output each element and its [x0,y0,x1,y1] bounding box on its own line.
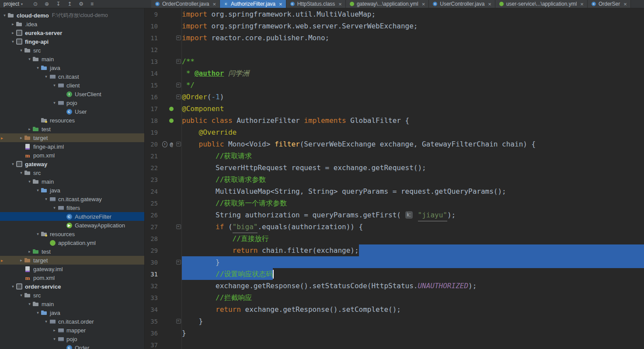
code-line-37[interactable] [182,339,644,349]
chevron-expanded-icon[interactable]: ▾ [27,179,32,184]
tree-item-resources[interactable]: resources [0,116,144,125]
gutter-line-18[interactable]: 18 [145,115,181,126]
code-line-33[interactable]: //拦截响应 [182,292,644,304]
gutter-line-20[interactable]: 20↑@− [145,138,181,150]
tree-item-eureka-server[interactable]: ▸eureka-server [0,28,144,37]
chevron-expanded-icon[interactable]: ▾ [10,39,16,44]
tree-item-src[interactable]: ▾src [0,168,144,177]
tree-item-gateway[interactable]: ▾gateway [0,160,144,168]
chevron-expanded-icon[interactable]: ▾ [35,311,41,315]
tab-ordercontroller-java[interactable]: COrderController.java× [151,0,220,8]
tree-item-order[interactable]: COrder [0,343,144,349]
tree-item-java[interactable]: ▾java [0,63,144,72]
tab-gateway-application-yml[interactable]: gateway\...\application.yml× [346,0,429,8]
tree-item-target[interactable]: ▸▸target [0,256,144,265]
gutter-line-14[interactable]: 14 [145,67,181,79]
code-line-20[interactable]: public Mono<Void> filter(ServerWebExchan… [182,138,644,150]
gutter-line-36[interactable]: 36 [145,327,181,339]
scroll-to-source-icon[interactable]: ↥ [67,1,72,7]
fold-icon[interactable]: − [176,35,181,40]
chevron-expanded-icon[interactable]: ▾ [2,13,7,17]
tree-item-user[interactable]: CUser [0,107,144,116]
tree-item-target[interactable]: ▸▸target [0,133,144,142]
code-line-14[interactable]: * @author 闫学洲 [182,67,644,79]
fold-icon[interactable]: − [176,319,181,324]
gutter-line-19[interactable]: 19 [145,126,181,138]
code-line-34[interactable]: return exchange.getResponse().setComplet… [182,304,644,315]
tree-item-test[interactable]: ▸test [0,247,144,256]
gutter-line-24[interactable]: 24 [145,185,181,197]
code-line-26[interactable]: String authorization = queryParams.getFi… [182,209,644,221]
fold-icon[interactable]: − [176,94,181,99]
chevron-collapsed-icon[interactable]: ▸ [10,31,16,35]
fold-icon[interactable]: − [176,224,181,229]
code-line-24[interactable]: MultiValueMap<String, String> queryParam… [182,185,644,197]
code-line-16[interactable]: @Order(-1) [182,91,644,103]
gutter-line-15[interactable]: 15− [145,79,181,91]
chevron-expanded-icon[interactable]: ▾ [10,162,16,166]
code-line-30[interactable]: } [182,256,644,268]
gutter-line-23[interactable]: 23 [145,174,181,185]
chevron-collapsed-icon[interactable]: ▸ [52,328,57,332]
chevron-collapsed-icon[interactable]: ▸ [18,136,24,140]
code-line-36[interactable]: } [182,327,644,339]
tree-item-finge-api[interactable]: ▾finge-api [0,37,144,46]
code-area[interactable]: import org.springframework.util.MultiVal… [182,8,644,349]
gutter-line-25[interactable]: 25 [145,197,181,209]
tree-item-authorizefilter[interactable]: CAuthorizeFilter [0,212,144,221]
fold-icon[interactable]: − [176,142,181,147]
chevron-expanded-icon[interactable]: ▾ [35,188,41,192]
tree-item-src[interactable]: ▾src [0,291,144,300]
code-line-13[interactable]: /** [182,56,644,67]
code-line-11[interactable]: import reactor.core.publisher.Mono; [182,32,644,44]
tree-item-gateway-iml[interactable]: gateway.iml [0,265,144,273]
close-tab-icon[interactable]: × [488,1,491,7]
chevron-expanded-icon[interactable]: ▾ [27,57,32,61]
tree-item-application-yml[interactable]: application.yml [0,238,144,247]
tree-item-pom-xml[interactable]: mpom.xml [0,151,144,160]
code-line-21[interactable]: //获取请求 [182,150,644,162]
tree-item-finge-api-iml[interactable]: finge-api.iml [0,142,144,151]
tree-item-pojo[interactable]: ▾pojo [0,335,144,343]
tree-item-order-service[interactable]: ▾order-service [0,282,144,291]
code-line-18[interactable]: public class AuthorizeFilter implements … [182,115,644,126]
gutter-line-27[interactable]: 27− [145,221,181,233]
code-line-29[interactable]: return chain.filter(exchange); [182,244,644,256]
tab-usercontroller-java[interactable]: CUserController.java× [429,0,495,8]
close-tab-icon[interactable]: × [279,1,282,7]
chevron-expanded-icon[interactable]: ▾ [52,206,57,210]
tab-httpstatus-class[interactable]: CHttpStatus.class× [286,0,346,8]
expand-all-icon[interactable]: ⊕ [45,1,49,7]
tree-item-java[interactable]: ▾java [0,186,144,195]
tree-item-cn-itcast-gateway[interactable]: ▾cn.itcast.gateway [0,195,144,203]
gutter-line-11[interactable]: 11− [145,32,181,44]
settings-icon[interactable]: ⚙ [79,1,84,7]
code-line-25[interactable]: //获取第一个请求参数 [182,197,644,209]
close-tab-icon[interactable]: × [623,1,627,7]
code-line-10[interactable]: import org.springframework.web.server.Se… [182,20,644,32]
gutter-line-10[interactable]: 10 [145,20,181,32]
menu-icon[interactable]: ≡ [91,1,94,7]
close-tab-icon[interactable]: × [338,1,342,7]
close-tab-icon[interactable]: × [580,1,584,7]
tree-item-resources[interactable]: ▾resources [0,230,144,238]
chevron-expanded-icon[interactable]: ▾ [35,232,41,236]
tree-item-userclient[interactable]: IUserClient [0,90,144,98]
tree-item-pojo[interactable]: ▾pojo [0,98,144,107]
project-view-dropdown[interactable]: project ▾ [3,1,23,7]
code-line-9[interactable]: import org.springframework.util.MultiVal… [182,8,644,20]
chevron-collapsed-icon[interactable]: ▸ [18,258,24,262]
gutter-line-32[interactable]: 32 [145,280,181,292]
chevron-expanded-icon[interactable]: ▾ [52,101,57,105]
chevron-expanded-icon[interactable]: ▾ [52,337,57,341]
gutter-line-35[interactable]: 35− [145,315,181,327]
gutter-line-13[interactable]: 13− [145,56,181,67]
code-line-22[interactable]: ServerHttpRequest request = exchange.get… [182,162,644,174]
tree-item-filters[interactable]: ▾filters [0,203,144,212]
chevron-expanded-icon[interactable]: ▾ [52,83,57,87]
chevron-expanded-icon[interactable]: ▾ [43,197,49,201]
gutter-line-29[interactable]: 29 [145,244,181,256]
gutter-line-9[interactable]: 9 [145,8,181,20]
tree-item-pom-xml[interactable]: mpom.xml [0,273,144,282]
tab-authorizefilter-java[interactable]: CAuthorizeFilter.java× [220,0,286,8]
